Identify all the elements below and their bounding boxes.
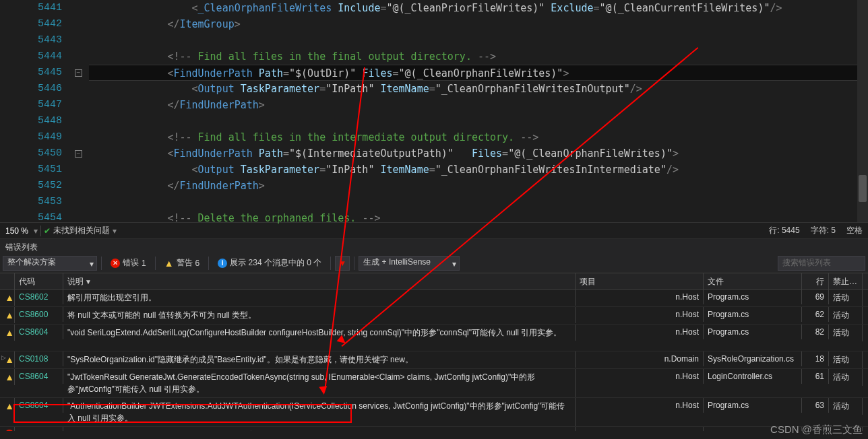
- info-icon: i: [218, 259, 227, 268]
- code-link[interactable]: CS8604: [19, 401, 48, 410]
- line-number: 5447: [0, 97, 62, 113]
- row-file-cell: Program.cs: [704, 325, 802, 339]
- row-desc-cell: 解引用可能出现空引用。: [63, 290, 576, 306]
- funnel-icon: ▼: [338, 259, 346, 268]
- col-file-header[interactable]: 文件: [704, 273, 802, 289]
- fold-toggle: [67, 81, 89, 97]
- row-code-cell: MSB354: [15, 427, 63, 431]
- vertical-scrollbar[interactable]: [857, 0, 868, 222]
- error-list-row[interactable]: ▷▲CS0108"SysRoleOrganization.id"隐藏继承的成员"…: [0, 351, 868, 369]
- issues-text[interactable]: 未找到相关问题: [53, 225, 110, 236]
- scrollbar-thumb[interactable]: [859, 175, 867, 202]
- line-number-gutter: 5441544254435444544554465447544854495450…: [0, 0, 67, 222]
- row-supp-cell: 活动: [829, 325, 863, 341]
- code-link[interactable]: CS8602: [19, 292, 48, 302]
- row-line-cell: 18: [802, 351, 829, 366]
- line-number: 5442: [0, 16, 62, 32]
- fold-toggle[interactable]: −: [67, 145, 89, 162]
- col-line-header[interactable]: 行: [802, 273, 829, 289]
- row-desc-cell: 将 null 文本或可能的 null 值转换为不可为 null 类型。: [63, 307, 576, 323]
- warning-icon: ▲: [5, 401, 14, 411]
- code-line[interactable]: <!-- Find all files in the final output …: [89, 48, 868, 65]
- error-list-row[interactable]: ✕MSB354Files 的值"<<<<<<< HEAD"无效。路径中具有非法字…: [0, 427, 868, 431]
- code-line[interactable]: </FindUnderPath>: [89, 178, 868, 194]
- col-code-header[interactable]: 代码: [15, 273, 63, 289]
- col-proj-header[interactable]: 项目: [576, 273, 704, 289]
- expand-icon[interactable]: ▷: [1, 354, 6, 361]
- code-link[interactable]: CS0108: [19, 354, 48, 364]
- fold-toggle[interactable]: −: [67, 65, 89, 81]
- code-line[interactable]: [89, 32, 868, 48]
- fold-toggle: [67, 194, 89, 210]
- col-value: 5: [831, 226, 836, 235]
- code-editor[interactable]: 5441544254435444544554465447544854495450…: [0, 0, 868, 222]
- messages-filter-button[interactable]: i 展示 234 个消息中的 0 个: [213, 255, 326, 271]
- line-number: 5454: [0, 210, 62, 226]
- row-icon-cell: ✕: [0, 427, 15, 431]
- scope-combo[interactable]: 整个解决方案 ▾: [3, 256, 97, 271]
- fold-toggle: [67, 48, 89, 65]
- errors-filter-button[interactable]: ✕ 错误 1: [106, 255, 151, 271]
- row-line-cell: 82: [802, 325, 829, 339]
- line-number: 5444: [0, 48, 62, 65]
- row-code-cell: CS8604: [15, 325, 63, 339]
- zoom-level[interactable]: 150 %: [0, 226, 34, 236]
- line-number: 5452: [0, 178, 62, 194]
- source-combo[interactable]: 生成 + IntelliSense ▾: [359, 256, 460, 271]
- source-value: 生成 + IntelliSense: [363, 257, 431, 267]
- error-list-row[interactable]: ▲CS8604"AuthenticationBuilder JWTExtensi…: [0, 398, 868, 427]
- warning-icon: ▲: [5, 354, 14, 365]
- row-file-cell: LoginController.cs: [704, 369, 802, 384]
- line-number: 5446: [0, 81, 62, 97]
- code-link[interactable]: MSB354: [19, 430, 50, 431]
- row-icon-cell: ▲: [0, 290, 15, 306]
- error-list-toolbar: 整个解决方案 ▾ ✕ 错误 1 ▲ 警告 6 i 展示 234 个消息中的 0 …: [0, 253, 868, 273]
- search-error-list-input[interactable]: 搜索错误列表: [778, 256, 865, 271]
- error-list-row[interactable]: ▲CS8604"JwtTokenResult GenerateJwt.Gener…: [0, 369, 868, 398]
- col-label: 字符:: [811, 226, 829, 235]
- code-line[interactable]: [89, 113, 868, 129]
- col-desc-header[interactable]: 说明▼: [63, 273, 576, 289]
- messages-filter-label: 展示 234 个消息中的 0 个: [230, 257, 321, 269]
- error-list-row[interactable]: ▲CS8602解引用可能出现空引用。n.HostProgram.cs69活动: [0, 290, 868, 307]
- fold-column[interactable]: −−: [67, 0, 89, 222]
- check-icon: ✔: [44, 226, 51, 236]
- code-line[interactable]: <!-- Find all files in the intermediate …: [89, 129, 868, 145]
- code-line[interactable]: <Output TaskParameter="InPath" ItemName=…: [89, 81, 868, 97]
- code-line[interactable]: <!-- Delete the orphaned files. -->: [89, 210, 868, 226]
- row-desc-cell: "AuthenticationBuilder JWTExtensions.Add…: [63, 398, 576, 426]
- error-list-body[interactable]: ▲CS8602解引用可能出现空引用。n.HostProgram.cs69活动▲C…: [0, 290, 868, 431]
- errors-filter-count: 1: [142, 259, 146, 268]
- build-filter-button[interactable]: ▼: [335, 256, 350, 271]
- code-line[interactable]: <_CleanOrphanFileWrites Include="@(_Clea…: [89, 0, 868, 16]
- code-line[interactable]: [89, 194, 868, 210]
- code-link[interactable]: CS8604: [19, 327, 48, 337]
- row-file-cell: Program.cs: [704, 307, 802, 322]
- col-icon-header[interactable]: [0, 273, 15, 289]
- indent-mode[interactable]: 空格: [841, 225, 868, 236]
- code-area[interactable]: <_CleanOrphanFileWrites Include="@(_Clea…: [89, 0, 868, 222]
- code-line[interactable]: <Output TaskParameter="InPath" ItemName=…: [89, 162, 868, 178]
- fold-toggle: [67, 210, 89, 226]
- error-icon: ✕: [5, 430, 14, 431]
- row-desc-cell: "void SeriLogExtend.AddSerilLog(Configur…: [63, 325, 576, 341]
- code-link[interactable]: CS8600: [19, 310, 48, 319]
- warnings-filter-button[interactable]: ▲ 警告 6: [160, 255, 205, 271]
- code-line[interactable]: </FindUnderPath>: [89, 97, 868, 113]
- row-proj-cell: n.Host: [576, 325, 704, 339]
- line-label: 行:: [769, 226, 779, 235]
- error-list-row[interactable]: ▲CS8600将 null 文本或可能的 null 值转换为不可为 null 类…: [0, 307, 868, 325]
- warning-icon: ▲: [5, 327, 14, 338]
- row-line-cell: 69: [802, 290, 829, 304]
- row-file-cell: Program.cs: [704, 290, 802, 304]
- fold-toggle: [67, 162, 89, 178]
- watermark-text: CSDN @香煎三文鱼: [770, 424, 863, 436]
- col-supp-header[interactable]: 禁止显示: [829, 273, 863, 289]
- fold-toggle: [67, 0, 89, 16]
- row-supp-cell: 活动: [829, 351, 863, 368]
- error-list-row[interactable]: ▲CS8604"void SeriLogExtend.AddSerilLog(C…: [0, 325, 868, 351]
- code-line[interactable]: <FindUnderPath Path="$(IntermediateOutpu…: [89, 145, 868, 162]
- code-link[interactable]: CS8604: [19, 372, 48, 381]
- code-line[interactable]: </ItemGroup>: [89, 16, 868, 32]
- code-line[interactable]: <FindUnderPath Path="$(OutDir)" Files="@…: [89, 65, 868, 81]
